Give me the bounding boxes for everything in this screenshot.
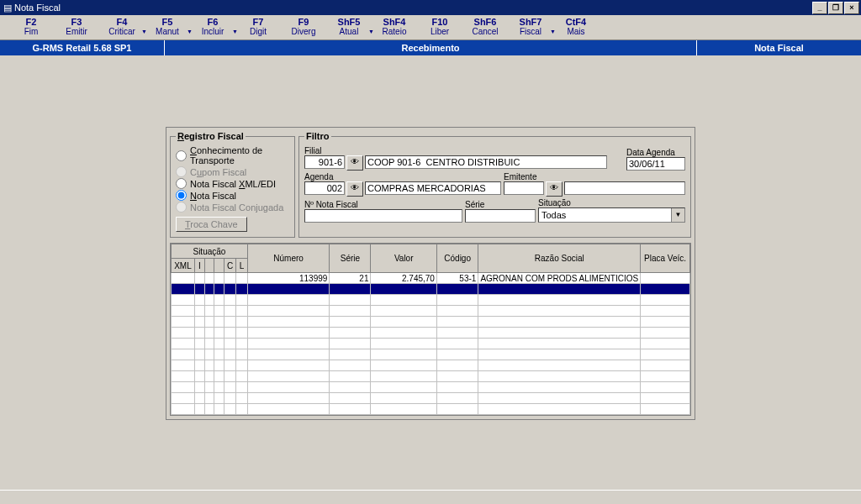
table-row[interactable] — [172, 295, 690, 306]
main-panel: Registro Fiscal Conhecimento de Transpor… — [166, 127, 695, 420]
registro-radio-1 — [176, 166, 187, 177]
filial-desc-input[interactable] — [365, 155, 607, 169]
minimize-button[interactable]: _ — [812, 2, 827, 14]
table-row[interactable] — [172, 393, 690, 404]
emitente-desc-input[interactable] — [564, 181, 685, 195]
situacao-label: Situação — [538, 198, 685, 207]
registro-radio-4 — [176, 202, 187, 213]
toolbar: F2FimF3EmitirF4Criticar▼F5Manut▼F6Inclui… — [0, 15, 861, 40]
table-row[interactable] — [172, 339, 690, 349]
agenda-code-input[interactable] — [304, 181, 345, 195]
col-xml[interactable]: XML — [172, 259, 195, 273]
registro-fiscal-group: Registro Fiscal Conhecimento de Transpor… — [170, 131, 295, 238]
toolbar-fiscal[interactable]: ShF7Fiscal▼ — [508, 17, 553, 36]
filtro-group: Filtro Filial 👁 Data Agenda — [298, 131, 691, 238]
registro-option-4: Nota Fiscal Conjugada — [176, 202, 289, 213]
registro-option-2[interactable]: Nota Fiscal XML/EDI — [176, 178, 289, 189]
serie-input[interactable] — [465, 209, 536, 223]
toolbar-fim[interactable]: F2Fim — [8, 17, 54, 36]
col-b1[interactable] — [204, 259, 214, 273]
agenda-desc-input[interactable] — [365, 181, 501, 195]
bluebar-right: Nota Fiscal — [697, 40, 861, 55]
close-button[interactable]: × — [844, 2, 859, 14]
registro-label-3: Nota Fiscal — [190, 191, 236, 201]
restore-button[interactable]: ❐ — [828, 2, 843, 14]
toolbar-liber[interactable]: F10Liber — [417, 17, 462, 36]
registro-option-0[interactable]: Conhecimento de Transporte — [176, 145, 289, 165]
emitente-code-input[interactable] — [504, 181, 544, 195]
dataagenda-input[interactable] — [626, 157, 685, 171]
toolbar-digit[interactable]: F7Digit — [235, 17, 281, 36]
registro-label-1: Cupom Fiscal — [190, 167, 246, 177]
col-numero[interactable]: Número — [247, 244, 330, 273]
toolbar-emitir[interactable]: F3Emitir — [54, 17, 99, 36]
table-row[interactable] — [172, 317, 690, 328]
registro-radio-0[interactable] — [176, 150, 187, 161]
toolbar-mais[interactable]: CtF4Mais — [553, 17, 599, 36]
col-situacao[interactable]: Situação — [172, 244, 248, 259]
filtro-legend: Filtro — [304, 131, 331, 141]
toolbar-atual[interactable]: ShF5Atual▼ — [326, 17, 372, 36]
bluebar-center: Recebimento — [165, 40, 697, 55]
registro-legend: Registro Fiscal — [176, 131, 246, 141]
table-row[interactable] — [172, 371, 690, 382]
toolbar-cancel[interactable]: ShF6Cancel — [462, 17, 508, 36]
registro-radio-3[interactable] — [176, 190, 187, 201]
filial-label: Filial — [304, 146, 607, 155]
col-serie[interactable]: Série — [330, 244, 371, 273]
chevron-down-icon: ▼ — [671, 208, 684, 222]
col-placa[interactable]: Placa Veíc. — [641, 244, 690, 273]
emitente-lookup-icon[interactable]: 👁 — [546, 181, 563, 197]
bluebar: G-RMS Retail 5.68 SP1 Recebimento Nota F… — [0, 40, 861, 55]
col-l[interactable]: L — [236, 259, 248, 273]
col-b2[interactable] — [214, 259, 224, 273]
table-row[interactable] — [172, 328, 690, 339]
col-valor[interactable]: Valor — [371, 244, 436, 273]
filial-code-input[interactable] — [304, 155, 345, 169]
registro-option-1: Cupom Fiscal — [176, 166, 289, 177]
col-razao[interactable]: Razão Social — [478, 244, 641, 273]
toolbar-manut[interactable]: F5Manut▼ — [145, 17, 190, 36]
agenda-lookup-icon[interactable]: 👁 — [346, 181, 363, 197]
table-row[interactable] — [172, 360, 690, 371]
table-row[interactable] — [172, 349, 690, 360]
numnota-input[interactable] — [304, 209, 462, 223]
col-codigo[interactable]: Código — [436, 244, 478, 273]
registro-label-2: Nota Fiscal XML/EDI — [190, 179, 276, 189]
agenda-label: Agenda — [304, 172, 501, 181]
situacao-select[interactable]: Todas ▼ — [538, 207, 685, 223]
registro-radio-2[interactable] — [176, 178, 187, 189]
toolbar-diverg[interactable]: F9Diverg — [281, 17, 326, 36]
troca-chave-button[interactable]: Troca Chave — [176, 217, 247, 232]
title: Nota Fiscal — [14, 3, 61, 13]
table-row[interactable]: 113999212.745,7053-1AGRONAN COM PRODS AL… — [172, 273, 690, 284]
table-row[interactable] — [172, 284, 690, 295]
filial-lookup-icon[interactable]: 👁 — [346, 155, 363, 171]
table-row[interactable] — [172, 415, 690, 417]
toolbar-rateio[interactable]: ShF4Rateio — [372, 17, 417, 36]
registro-label-4: Nota Fiscal Conjugada — [190, 202, 283, 213]
bluebar-left: G-RMS Retail 5.68 SP1 — [0, 40, 165, 55]
registro-option-3[interactable]: Nota Fiscal — [176, 190, 289, 201]
table-row[interactable] — [172, 404, 690, 415]
table-row[interactable] — [172, 306, 690, 317]
col-c[interactable]: C — [224, 259, 236, 273]
toolbar-incluir[interactable]: F6Incluir▼ — [190, 17, 235, 36]
col-i[interactable]: I — [194, 259, 204, 273]
dataagenda-label: Data Agenda — [626, 148, 685, 157]
grid[interactable]: Situação Número Série Valor Código Razão… — [170, 243, 691, 416]
emitente-label: Emitente — [504, 172, 685, 181]
toolbar-criticar[interactable]: F4Criticar▼ — [99, 17, 145, 36]
table-row[interactable] — [172, 382, 690, 393]
serie-label: Série — [465, 200, 536, 209]
numnota-label: Nº Nota Fiscal — [304, 200, 462, 209]
registro-label-0: Conhecimento de Transporte — [190, 145, 289, 165]
titlebar: ▤ Nota Fiscal _ ❐ × — [0, 0, 861, 15]
